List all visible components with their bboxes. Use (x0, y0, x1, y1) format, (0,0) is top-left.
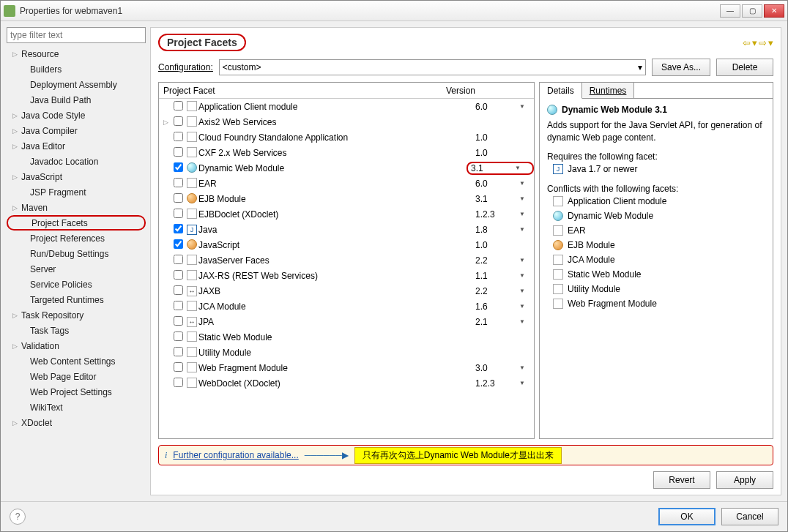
facet-row[interactable]: JAX-RS (REST Web Services)1.1▼ (159, 268, 534, 283)
cancel-button[interactable]: Cancel (721, 508, 778, 525)
version-dropdown-icon[interactable]: ▼ (519, 318, 534, 325)
facet-checkbox[interactable] (174, 301, 183, 310)
version-dropdown-icon[interactable]: ▼ (519, 380, 534, 386)
facet-row[interactable]: ↔JAXB2.2▼ (159, 283, 534, 299)
facet-checkbox[interactable] (174, 347, 183, 356)
facet-row[interactable]: Utility Module (159, 345, 534, 360)
help-button[interactable]: ? (10, 509, 26, 525)
sidebar-item-java-code-style[interactable]: ▷Java Code Style (7, 108, 146, 123)
titlebar[interactable]: Properties for webmaven1 — ▢ ✕ (1, 1, 787, 21)
version-dropdown-icon[interactable]: ▼ (519, 272, 534, 279)
version-dropdown-icon[interactable]: ▼ (519, 364, 534, 371)
further-configuration-link[interactable]: Further configuration available... (173, 450, 298, 460)
facet-row[interactable]: JCA Module1.6▼ (159, 299, 534, 314)
category-tree[interactable]: ▷ResourceBuildersDeployment AssemblyJava… (7, 46, 146, 495)
column-header-version[interactable]: Version (446, 86, 534, 96)
facet-row[interactable]: EAR6.0▼ (159, 176, 534, 191)
facet-row[interactable]: EJB Module3.1▼ (159, 191, 534, 206)
sidebar-item-maven[interactable]: ▷Maven (7, 200, 146, 215)
facet-row[interactable]: JavaServer Faces2.2▼ (159, 252, 534, 268)
apply-button[interactable]: Apply (716, 471, 773, 489)
sidebar-item-run-debug-settings[interactable]: Run/Debug Settings (7, 246, 146, 261)
tab-details[interactable]: Details (540, 83, 582, 99)
facet-checkbox[interactable] (174, 132, 183, 141)
facet-row[interactable]: Web Fragment Module3.0▼ (159, 360, 534, 375)
sidebar-item-targeted-runtimes[interactable]: Targeted Runtimes (7, 292, 146, 307)
facet-row[interactable]: Dynamic Web Module3.1▼ (159, 160, 534, 176)
sidebar-item-project-references[interactable]: Project References (7, 231, 146, 246)
revert-button[interactable]: Revert (653, 471, 710, 489)
facet-checkbox[interactable] (174, 162, 183, 172)
sidebar-item-web-project-settings[interactable]: Web Project Settings (7, 384, 146, 400)
conflicts-item: Application Client module (553, 194, 765, 209)
sidebar-item-javascript[interactable]: ▷JavaScript (7, 169, 146, 184)
facet-checkbox[interactable] (174, 255, 183, 264)
version-dropdown-icon[interactable]: ▼ (519, 303, 534, 310)
version-dropdown-icon[interactable]: ▼ (519, 195, 534, 202)
filter-input[interactable] (7, 27, 146, 43)
facet-checkbox[interactable] (174, 316, 183, 326)
close-button[interactable]: ✕ (764, 4, 784, 18)
sidebar-item-resource[interactable]: ▷Resource (7, 46, 146, 61)
sidebar-item-project-facets[interactable]: Project Facets (7, 215, 146, 231)
facet-checkbox[interactable] (174, 239, 183, 249)
nav-forward-menu-icon[interactable]: ▾ (768, 37, 773, 48)
version-dropdown-icon[interactable]: ▼ (519, 180, 534, 187)
facet-row[interactable]: EJBDoclet (XDoclet)1.2.3▼ (159, 206, 534, 222)
sidebar-item-label: Targeted Runtimes (30, 295, 104, 305)
sidebar-item-java-editor[interactable]: ▷Java Editor (7, 138, 146, 154)
facet-row[interactable]: Cloud Foundry Standalone Application1.0 (159, 130, 534, 145)
version-dropdown-icon[interactable]: ▼ (519, 103, 534, 110)
minimize-button[interactable]: — (720, 4, 740, 18)
sidebar-item-xdoclet[interactable]: ▷XDoclet (7, 415, 146, 430)
nav-back-menu-icon[interactable]: ▾ (752, 37, 757, 48)
facet-checkbox[interactable] (174, 147, 183, 157)
facet-checkbox[interactable] (174, 193, 183, 203)
sidebar-item-task-repository[interactable]: ▷Task Repository (7, 307, 146, 323)
facet-row[interactable]: Static Web Module (159, 329, 534, 345)
facet-checkbox[interactable] (174, 209, 183, 218)
sidebar-item-web-content-settings[interactable]: Web Content Settings (7, 353, 146, 369)
ok-button[interactable]: OK (658, 508, 715, 525)
facet-checkbox[interactable] (174, 362, 183, 372)
sidebar-item-service-policies[interactable]: Service Policies (7, 277, 146, 292)
sidebar-item-java-compiler[interactable]: ▷Java Compiler (7, 123, 146, 138)
configuration-select[interactable]: <custom> ▾ (219, 59, 646, 75)
nav-forward-icon[interactable]: ⇨ (759, 37, 767, 48)
maximize-button[interactable]: ▢ (742, 4, 762, 18)
sidebar-item-web-page-editor[interactable]: Web Page Editor (7, 369, 146, 384)
facet-checkbox[interactable] (174, 116, 183, 126)
facet-checkbox[interactable] (174, 224, 183, 233)
nav-back-icon[interactable]: ⇦ (743, 37, 751, 48)
version-dropdown-icon[interactable]: ▼ (519, 288, 534, 294)
facet-checkbox[interactable] (174, 285, 183, 295)
sidebar-item-wikitext[interactable]: WikiText (7, 400, 146, 415)
save-as-button[interactable]: Save As... (652, 59, 710, 76)
version-dropdown-icon[interactable]: ▼ (519, 226, 534, 233)
facet-checkbox[interactable] (174, 270, 183, 280)
sidebar-item-builders[interactable]: Builders (7, 61, 146, 77)
facet-row[interactable]: Application Client module6.0▼ (159, 99, 534, 114)
column-header-facet[interactable]: Project Facet (159, 86, 446, 96)
version-dropdown-icon[interactable]: ▼ (519, 211, 534, 217)
delete-button[interactable]: Delete (716, 59, 773, 76)
sidebar-item-validation[interactable]: ▷Validation (7, 338, 146, 353)
facet-row[interactable]: ▷Axis2 Web Services (159, 114, 534, 130)
facet-checkbox[interactable] (174, 331, 183, 341)
facet-checkbox[interactable] (174, 378, 183, 387)
sidebar-item-task-tags[interactable]: Task Tags (7, 323, 146, 338)
facet-row[interactable]: JJava1.8▼ (159, 222, 534, 237)
facet-row[interactable]: ↔JPA2.1▼ (159, 314, 534, 329)
version-dropdown-icon[interactable]: ▼ (519, 257, 534, 263)
facet-row[interactable]: WebDoclet (XDoclet)1.2.3▼ (159, 375, 534, 391)
facet-row[interactable]: CXF 2.x Web Services1.0 (159, 145, 534, 160)
facet-row[interactable]: JavaScript1.0 (159, 237, 534, 252)
sidebar-item-javadoc-location[interactable]: Javadoc Location (7, 154, 146, 169)
sidebar-item-deployment-assembly[interactable]: Deployment Assembly (7, 77, 146, 92)
sidebar-item-server[interactable]: Server (7, 261, 146, 277)
tab-runtimes[interactable]: Runtimes (582, 83, 635, 98)
sidebar-item-jsp-fragment[interactable]: JSP Fragment (7, 184, 146, 200)
facet-checkbox[interactable] (174, 178, 183, 187)
facet-checkbox[interactable] (174, 101, 183, 110)
sidebar-item-java-build-path[interactable]: Java Build Path (7, 92, 146, 108)
